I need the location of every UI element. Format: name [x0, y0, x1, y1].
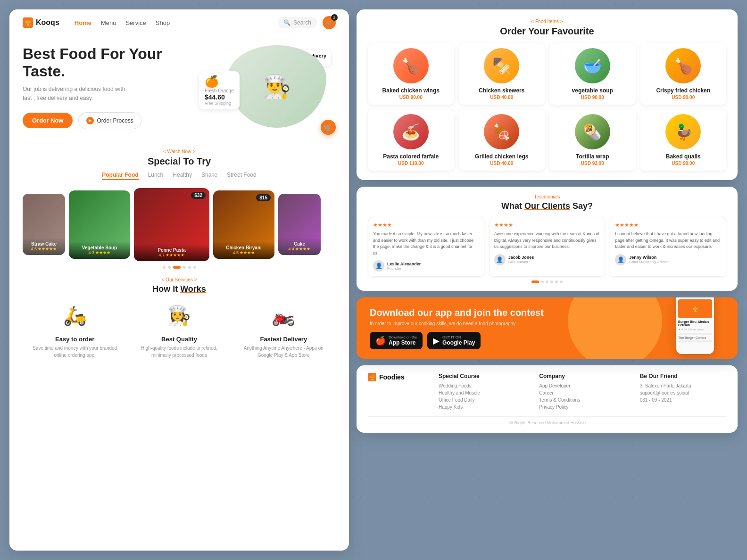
fav-item-7[interactable]: 🦆 Baked quails USD 90.00 — [640, 109, 727, 171]
reviewer-role-0: Founder — [387, 266, 421, 271]
food-info-0: Straw Cake 4.5 ★★★★★ — [23, 238, 65, 255]
food-card-0[interactable]: Straw Cake 4.5 ★★★★★ — [23, 194, 65, 255]
logo: 🍔 Kooqs — [23, 17, 59, 28]
food-card-1[interactable]: Vegetable Soup 4.3 ★★★★ — [69, 190, 130, 259]
order-process-button[interactable]: ▶ Order Process — [78, 112, 141, 129]
fav-img-2: 🥣 — [575, 48, 610, 83]
tab-healthy[interactable]: Healthy — [173, 172, 192, 180]
app-store-sub: Download on the — [389, 335, 417, 339]
food-card-4[interactable]: Cake 4.4 ★★★★ — [278, 194, 321, 255]
rdot-4[interactable] — [550, 280, 553, 283]
right-panel: < Food Items > Order Your Favourite 🍗 Ba… — [357, 9, 738, 551]
footer-col-item-0-1[interactable]: Healthy and Muscle — [439, 390, 525, 395]
dot-3[interactable] — [173, 266, 181, 269]
fav-img-0: 🍗 — [393, 48, 429, 83]
review-stars-1: ★★★★ — [494, 222, 600, 228]
how-title: How It Works — [23, 284, 336, 294]
food-price-3: $15 — [256, 194, 271, 201]
reviewer-avatar-0: 👤 — [373, 260, 384, 272]
fav-item-1[interactable]: 🍢 Chicken skewers USD 40.00 — [459, 43, 545, 105]
fav-grid: 🍗 Baked chicken wings USD 90.00 🍢 Chicke… — [368, 43, 726, 171]
left-panel: 🍔 Kooqs Home Menu Service Shop 🔍 Search … — [9, 9, 349, 551]
footer-col-item-1-3[interactable]: Privacy Policy — [539, 404, 625, 410]
rdot-2[interactable] — [541, 280, 544, 283]
footer-col-item-0-3[interactable]: Happy Kids — [439, 404, 525, 410]
nav-menu[interactable]: Menu — [101, 19, 116, 26]
dot-2[interactable] — [168, 266, 171, 269]
food-name-4: Cake — [282, 241, 317, 247]
phone-shape: 🍔 Burger Biru, Medan Petisah ★ 4.5 • 0.9… — [676, 297, 714, 354]
hero-buttons: Order Now ▶ Order Process — [23, 112, 185, 129]
hero-visual: ⏰ Delivery 30 Min 👨‍🍳 🍊 Fresh Orange $44… — [194, 45, 336, 140]
tab-lunch[interactable]: Lunch — [148, 172, 164, 180]
fav-name-6: Tortilla wrap — [553, 153, 632, 160]
fav-item-5[interactable]: 🍖 Grilled chicken legs USD 40.00 — [459, 109, 545, 171]
special-section: < Watch Now > Special To Try Popular Foo… — [9, 144, 349, 273]
food-card-3[interactable]: $15 Chicken Biryani 4.5 ★★★★ — [213, 190, 274, 259]
review-card-1: ★★★★ Awesome experience working with the… — [489, 217, 606, 277]
footer-logo: 🍔 Foodies — [368, 373, 424, 381]
floating-cart[interactable]: 🛒 — [321, 120, 336, 135]
footer-col-item-0-2[interactable]: Office Food Daily — [439, 397, 525, 403]
reviewer-role-1: Co-Founder — [508, 260, 534, 264]
food-name-0: Straw Cake — [26, 241, 61, 247]
nav-shop[interactable]: Shop — [156, 19, 170, 26]
testimonials-section: Testimonials What Our Clients Say? ★★★★ … — [357, 187, 738, 291]
rdot-5[interactable] — [555, 280, 558, 283]
reviewer-avatar-1: 👤 — [494, 254, 506, 265]
food-card-2[interactable]: $32 Penne Pasta 4.7 ★★★★★ — [134, 188, 209, 261]
footer-col-item-1-1[interactable]: Career — [539, 390, 625, 395]
rdot-1[interactable] — [531, 280, 539, 283]
rdot-6[interactable] — [560, 280, 563, 283]
fav-name-2: vegetable soup — [553, 87, 632, 94]
fav-item-2[interactable]: 🥣 vegetable soup USD 90.00 — [549, 43, 636, 105]
fav-price-5: USD 40.00 — [463, 161, 541, 166]
phone-item-label: The Burger Combo — [678, 336, 712, 339]
cart-button[interactable]: 🛒 2 — [323, 16, 336, 29]
app-store-button[interactable]: 🍎 Download on the App Store — [370, 332, 423, 349]
fav-item-6[interactable]: 🌯 Tortilla wrap USD 93.00 — [549, 109, 636, 171]
fav-name-3: Crispy fried chicken — [644, 87, 723, 94]
reviewer-1: 👤 Jacob Jones Co-Founder — [494, 254, 600, 265]
nav-right: 🔍 Search 🛒 2 — [278, 16, 336, 29]
fav-img-7: 🦆 — [665, 114, 701, 149]
fruit-price: $44.60 — [205, 93, 234, 101]
order-now-button[interactable]: Order Now — [23, 113, 73, 128]
dot-5[interactable] — [188, 266, 191, 269]
rdot-3[interactable] — [546, 280, 548, 283]
how-section: < Our Services > How It Works 🛵 Easy to … — [9, 273, 349, 365]
fav-item-3[interactable]: 🍗 Crispy fried chicken USD 90.00 — [640, 43, 727, 105]
food-info-1: Vegetable Soup 4.3 ★★★★ — [69, 241, 130, 259]
play-icon: ▶ — [86, 117, 94, 124]
logo-text: Kooqs — [36, 18, 59, 27]
footer-col-item-2-2: 031 - 09 - 2021 — [640, 397, 726, 403]
footer-col-item-2-1[interactable]: support@foodies.social — [640, 390, 726, 395]
footer-col-item-0-0[interactable]: Wedding Foods — [439, 383, 525, 388]
footer-col-item-1-2[interactable]: Terms & Conditions — [539, 397, 625, 403]
food-carousel: Straw Cake 4.5 ★★★★★ Vegetable Soup 4.3 … — [23, 187, 336, 262]
dot-4[interactable] — [183, 266, 186, 269]
search-bar[interactable]: 🔍 Search — [278, 17, 317, 28]
reviewer-name-2: Jenny Wilson — [629, 255, 668, 260]
google-play-button[interactable]: ▶ GET IT ON Google Play — [427, 332, 481, 349]
order-fav-title: Order Your Favourite — [368, 26, 726, 37]
fav-img-4: 🍝 — [393, 114, 429, 149]
tab-popular[interactable]: Popular Food — [102, 172, 138, 180]
how-icon-2: 🏍️ — [265, 299, 302, 332]
fav-item-4[interactable]: 🍝 Pasta colored farfale USD 110.00 — [368, 109, 454, 171]
nav-service[interactable]: Service — [125, 19, 146, 26]
phone-food-detail: ★ 4.5 • 0.9 km away — [678, 328, 712, 331]
fruit-emoji: 🍊 — [205, 75, 234, 88]
fav-img-5: 🍖 — [484, 114, 519, 149]
dot-6[interactable] — [193, 266, 196, 269]
nav-home[interactable]: Home — [75, 19, 91, 26]
fav-price-3: USD 90.00 — [644, 95, 723, 100]
tab-shake[interactable]: Shake — [201, 172, 217, 180]
dot-1[interactable] — [163, 266, 166, 269]
fav-item-0[interactable]: 🍗 Baked chicken wings USD 90.00 — [368, 43, 454, 105]
footer-col-item-1-0[interactable]: App Developer — [539, 383, 625, 388]
fruit-card: 🍊 Fresh Orange $44.60 Free Shipping — [199, 71, 240, 109]
footer-col-0: Special Course Wedding Foods Healthy and… — [439, 373, 525, 412]
testimonials-underline: Our Clients — [524, 201, 570, 211]
tab-street[interactable]: Street Food — [227, 172, 257, 180]
